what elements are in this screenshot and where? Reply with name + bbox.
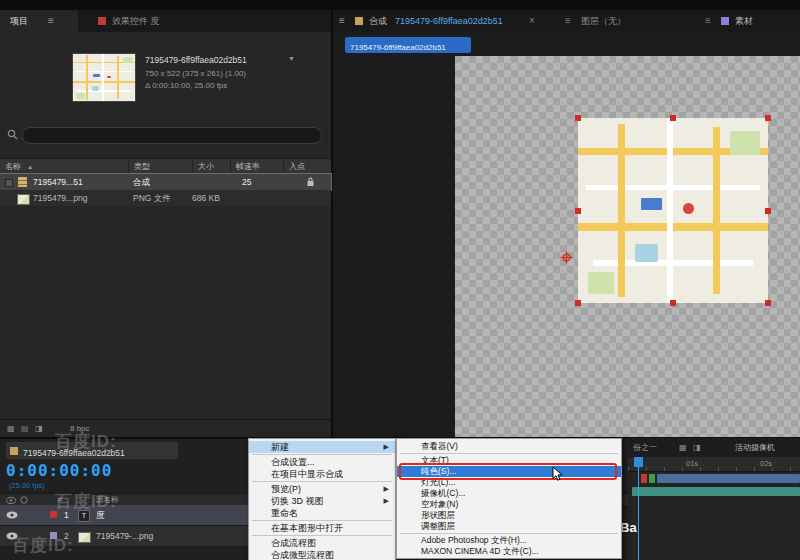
watermark-text: 百度ID: <box>55 430 117 453</box>
tab-composition-label[interactable]: 合成 <box>369 10 387 32</box>
project-search-field[interactable] <box>22 127 322 144</box>
playhead-handle[interactable] <box>634 457 643 467</box>
row-name: 7195479...png <box>33 190 87 206</box>
menu-item-composition-mini-flowchart[interactable]: 合成微型流程图 <box>249 549 395 560</box>
preview-item-name: 7195479-6ff9ffaea02d2b51 <box>145 55 247 65</box>
timeline-graph-area[interactable]: 01s 02s <box>628 457 800 560</box>
project-panel: 项目 ≡ 效果控件 度 7195479-6ff9ffaea02d2b51 ▼ 7… <box>0 10 333 437</box>
column-type[interactable]: 类型 <box>128 159 198 174</box>
panel-menu-icon[interactable]: ≡ <box>48 10 54 32</box>
column-framerate[interactable]: 帧速率 <box>230 159 289 174</box>
new-submenu: 查看器(V) 文本(T) 纯色(S)... 灯光(L)... 摄像机(C)...… <box>396 438 622 559</box>
playhead-line[interactable] <box>638 457 639 560</box>
submenu-item-light[interactable]: 灯光(L)... <box>397 477 621 488</box>
column-name[interactable]: 名称 ▲ <box>0 159 133 174</box>
audio-column-icon <box>20 496 28 504</box>
project-footer: ▦ ▤ ◨ 8 bpc <box>0 419 331 438</box>
project-row-composition[interactable]: 7195479...51 合成 25 <box>0 174 331 190</box>
watermark-text: 百度ID: <box>12 534 74 557</box>
project-preview-thumbnail <box>72 53 136 102</box>
preview-duration: Δ 0:00:10:00, 25.00 fps <box>145 81 227 90</box>
layer-bar-2[interactable] <box>632 487 800 496</box>
menu-separator <box>252 520 392 521</box>
tab-composition-name[interactable]: 7195479-6ff9ffaea02d2b51 <box>395 10 503 32</box>
footage-thumbnail-icon <box>17 194 30 205</box>
submenu-item-photoshop-file[interactable]: Adobe Photoshop 文件(H)... <box>397 535 621 546</box>
submenu-item-text[interactable]: 文本(T) <box>397 455 621 466</box>
menu-item-preview[interactable]: 预览(P) ▶ <box>249 483 395 495</box>
column-view-icon[interactable]: ◨ <box>35 420 43 438</box>
menu-item-rename[interactable]: 重命名 <box>249 507 395 519</box>
composition-tab-icon <box>355 17 363 25</box>
submenu-item-solid[interactable]: 纯色(S)... <box>397 466 621 477</box>
label-chip[interactable] <box>5 179 13 187</box>
column-inpoint[interactable]: 入点 <box>283 159 337 174</box>
eye-icon[interactable] <box>6 511 18 519</box>
sort-ascending-icon[interactable]: ▲ <box>27 164 33 170</box>
menu-separator <box>252 481 392 482</box>
submenu-arrow-icon: ▶ <box>384 441 389 453</box>
close-tab-icon[interactable]: × <box>529 10 535 32</box>
list-view-icon[interactable]: ▤ <box>21 420 29 438</box>
preview-dropdown-icon[interactable]: ▼ <box>288 55 295 62</box>
viewer-menu-icon[interactable]: ≡ <box>339 10 345 32</box>
active-composition-chip-label: 7195479-6ff9ffaea02d2b51 <box>345 40 446 56</box>
submenu-item-cinema4d-file[interactable]: MAXON CINEMA 4D 文件(C)... <box>397 546 621 557</box>
active-composition-chip[interactable]: 7195479-6ff9ffaea02d2b51 <box>345 37 471 53</box>
project-tabbar: 项目 ≡ 效果控件 度 <box>0 10 331 32</box>
active-camera-dropdown[interactable]: 活动摄像机 <box>735 438 775 458</box>
selection-handle[interactable] <box>575 300 581 306</box>
watermark-text: 百度ID: <box>55 490 117 513</box>
selection-handle[interactable] <box>670 115 676 121</box>
mouse-cursor <box>552 466 564 482</box>
thumbnail-map-art <box>73 54 135 101</box>
row-type: 合成 <box>133 174 150 190</box>
anchor-point-icon[interactable] <box>560 251 573 264</box>
menu-item-switch-3d-view[interactable]: 切换 3D 视图 ▶ <box>249 495 395 507</box>
selection-handle[interactable] <box>765 115 771 121</box>
footage-panel-menu-icon[interactable]: ≡ <box>705 10 711 32</box>
submenu-item-null-object[interactable]: 空对象(N) <box>397 499 621 510</box>
lock-icon[interactable] <box>306 177 315 187</box>
grid-options-icon[interactable]: ▦ <box>679 438 687 458</box>
selection-handle[interactable] <box>765 208 771 214</box>
effects-panel-icon <box>98 17 106 25</box>
menu-item-composition-settings[interactable]: 合成设置... <box>249 456 395 468</box>
selection-handle[interactable] <box>670 300 676 306</box>
thumbnail-view-icon[interactable]: ▦ <box>7 420 15 438</box>
selection-handle[interactable] <box>575 208 581 214</box>
footage-tab-icon <box>721 17 729 25</box>
layer-row-1[interactable]: 1 T 度 <box>0 505 250 526</box>
row-type: PNG 文件 <box>133 190 171 206</box>
menu-item-reveal-in-project[interactable]: 在项目中显示合成 <box>249 468 395 480</box>
layer-panel-menu-icon[interactable]: ≡ <box>565 10 571 32</box>
time-ruler[interactable]: 01s 02s <box>628 457 800 472</box>
menu-item-open-in-essential-graphics[interactable]: 在基本图形中打开 <box>249 522 395 534</box>
footage-layer-icon <box>78 532 91 543</box>
tab-layer[interactable]: 图层（无） <box>581 10 626 32</box>
submenu-item-viewer[interactable]: 查看器(V) <box>397 441 621 452</box>
tab-footage[interactable]: 素材 <box>735 10 753 32</box>
tab-project[interactable]: 项目 ≡ <box>0 10 78 32</box>
map-layer-image[interactable] <box>578 118 768 303</box>
submenu-item-camera[interactable]: 摄像机(C)... <box>397 488 621 499</box>
keyframe-marker-red[interactable] <box>641 474 647 483</box>
region-of-interest-icon[interactable]: ◨ <box>693 438 701 458</box>
selection-handle[interactable] <box>575 115 581 121</box>
menu-separator <box>252 535 392 536</box>
project-table-header: 名称 ▲ 类型 大小 帧速率 入点 <box>0 158 331 175</box>
menu-item-composition-flowchart[interactable]: 合成流程图 <box>249 537 395 549</box>
composition-icon <box>18 177 27 187</box>
submenu-item-shape-layer[interactable]: 形状图层 <box>397 510 621 521</box>
keyframe-marker-green[interactable] <box>649 474 655 483</box>
submenu-item-adjustment-layer[interactable]: 调整图层 <box>397 521 621 532</box>
tab-effect-controls[interactable]: 效果控件 度 <box>112 10 160 32</box>
menu-item-new[interactable]: 新建 ▶ <box>249 441 395 453</box>
current-timecode[interactable]: 0:00:00:00 <box>6 461 112 480</box>
project-row-footage[interactable]: 7195479...png PNG 文件 686 KB <box>0 190 331 206</box>
selection-handle[interactable] <box>765 300 771 306</box>
resolution-dropdown[interactable]: 份之一 <box>633 438 657 458</box>
layer-bar-1[interactable] <box>657 474 800 483</box>
frame-rate-label: (25.00 fps) <box>9 481 45 490</box>
layer-name[interactable]: 7195479-...png <box>96 526 153 546</box>
